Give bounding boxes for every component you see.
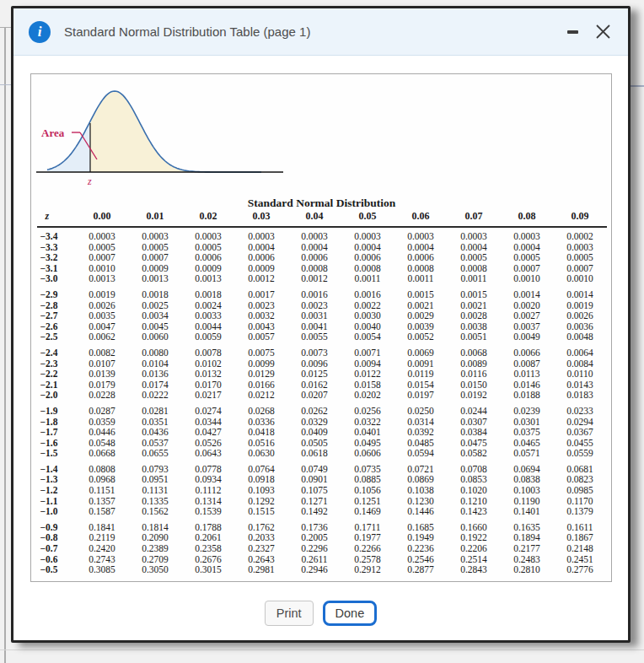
- table-cell: 0.0322: [341, 417, 394, 428]
- minimize-button[interactable]: [564, 22, 581, 42]
- table-cell: 0.0582: [448, 448, 501, 459]
- row-label: −0.4: [37, 575, 76, 582]
- table-cell: 0.2033: [235, 532, 288, 543]
- table-cell: 0.1660: [448, 517, 501, 533]
- table-cell: 0.0005: [554, 252, 607, 263]
- distribution-figure: Area z: [35, 81, 296, 195]
- table-cell: 0.0708: [448, 459, 501, 475]
- table-cell: 0.0006: [288, 252, 341, 263]
- table-cell: 0.0073: [288, 342, 341, 358]
- table-cell: 0.0009: [129, 263, 182, 274]
- row-label: −1.7: [37, 427, 76, 438]
- table-cell: 0.0012: [235, 273, 288, 284]
- table-cell: 0.0014: [554, 284, 607, 300]
- table-cell: 0.3015: [182, 564, 235, 575]
- table-cell: 0.0075: [235, 342, 288, 358]
- table-cell: 0.0256: [341, 401, 394, 417]
- znd-table: Standard Normal Distribution z0.000.010.…: [37, 197, 607, 582]
- table-cell: 0.0336: [235, 417, 288, 428]
- table-cell: 0.1922: [448, 532, 501, 543]
- row-label: −2.5: [37, 332, 76, 342]
- table-cell: 0.0017: [235, 284, 288, 300]
- table-cell: 0.2810: [501, 564, 554, 575]
- table-row: −2.50.00620.00600.00590.00570.00550.0054…: [37, 332, 607, 342]
- table-cell: 0.0446: [76, 427, 129, 438]
- row-label: −2.1: [37, 380, 76, 391]
- table-cell: 0.2643: [235, 554, 288, 565]
- row-label: −1.1: [37, 496, 76, 507]
- table-cell: 0.0505: [288, 438, 341, 449]
- table-cell: 0.0475: [448, 438, 501, 449]
- table-cell: 0.0239: [501, 401, 554, 417]
- info-icon: i: [29, 21, 51, 43]
- table-cell: 0.0228: [76, 390, 129, 401]
- col-header: 0.02: [182, 210, 235, 227]
- table-cell: 0.0057: [235, 332, 288, 342]
- curve-body-area: [90, 91, 262, 172]
- table-cell: 0.0606: [341, 448, 394, 459]
- table-cell: 0.0091: [394, 358, 448, 369]
- table-cell: 0.0154: [394, 380, 448, 391]
- table-cell: 0.0087: [501, 358, 554, 369]
- table-cell: 0.0537: [129, 438, 182, 449]
- table-cell: 0.2877: [394, 564, 448, 575]
- table-cell: 0.0643: [182, 448, 235, 459]
- table-cell: 0.0735: [341, 459, 394, 475]
- table-cell: 0.0244: [448, 401, 501, 417]
- table-cell: 0.1867: [554, 532, 607, 543]
- table-cell: 0.2709: [129, 554, 182, 565]
- table-title: Standard Normal Distribution: [37, 197, 607, 210]
- table-cell: 0.1251: [341, 496, 394, 507]
- row-label: −1.8: [37, 417, 76, 428]
- table-cell: 0.2296: [288, 543, 341, 554]
- table-cell: 0.2578: [341, 554, 394, 565]
- table-cell: 0.0002: [554, 227, 607, 242]
- row-label: −1.9: [37, 401, 76, 417]
- table-cell: 0.0047: [76, 321, 129, 332]
- table-cell: 0.2546: [394, 554, 448, 565]
- table-cell: 0.0013: [129, 273, 182, 284]
- table-cell: 0.0143: [554, 380, 607, 391]
- table-row: −1.20.11510.11310.11120.10930.10750.1056…: [37, 485, 607, 496]
- table-cell: 0.0301: [501, 417, 554, 428]
- table-cell: 0.2389: [129, 543, 182, 554]
- table-cell: 0.1949: [394, 532, 448, 543]
- table-cell: 0.0026: [554, 310, 607, 321]
- done-button[interactable]: Done: [323, 601, 378, 626]
- table-cell: 0.3228: [394, 575, 448, 582]
- table-cell: 0.1611: [554, 517, 607, 533]
- table-cell: 0.0045: [129, 321, 182, 332]
- window-controls: [564, 22, 613, 42]
- row-label: −3.0: [37, 273, 76, 284]
- table-cell: 0.0009: [235, 263, 288, 274]
- table-cell: 0.0043: [235, 321, 288, 332]
- table-cell: 0.0274: [182, 401, 235, 417]
- background-line-left: [0, 84, 11, 85]
- table-row: −1.70.04460.04360.04270.04180.04090.0401…: [37, 427, 607, 438]
- row-label: −3.3: [37, 242, 76, 253]
- table-cell: 0.2912: [341, 564, 394, 575]
- table-cell: 0.0778: [182, 459, 235, 475]
- table-cell: 0.0016: [341, 284, 394, 300]
- print-button[interactable]: Print: [265, 601, 314, 626]
- table-cell: 0.1685: [394, 517, 448, 533]
- table-row: −1.10.13570.13350.13140.12920.12710.1251…: [37, 496, 607, 507]
- table-cell: 0.0004: [341, 242, 394, 253]
- table-cell: 0.3372: [182, 575, 235, 582]
- table-cell: 0.0008: [341, 263, 394, 274]
- row-label: −0.5: [37, 564, 76, 575]
- table-cell: 0.0918: [235, 474, 288, 485]
- table-cell: 0.1446: [394, 506, 448, 517]
- table-cell: 0.0008: [448, 263, 501, 274]
- row-label: −3.2: [37, 252, 76, 263]
- table-cell: 0.0004: [288, 242, 341, 253]
- table-cell: 0.0009: [182, 263, 235, 274]
- dialog-titlebar[interactable]: i Standard Normal Distribution Table (pa…: [13, 8, 628, 56]
- table-cell: 0.0793: [129, 459, 182, 475]
- table-cell: 0.0033: [182, 310, 235, 321]
- table-cell: 0.0054: [341, 332, 394, 342]
- ztable-dialog: i Standard Normal Distribution Table (pa…: [11, 6, 631, 643]
- close-button[interactable]: [593, 22, 613, 42]
- table-cell: 0.0014: [501, 284, 554, 300]
- table-cell: 0.0041: [288, 321, 341, 332]
